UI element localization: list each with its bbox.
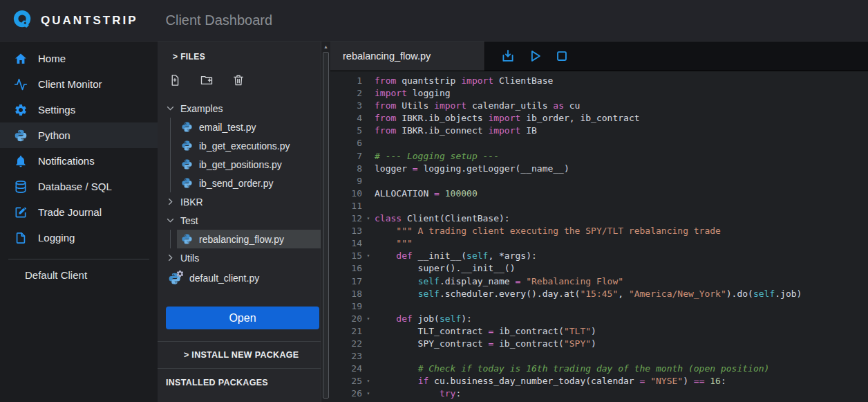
- sidebar-item-trade-journal[interactable]: Trade Journal: [0, 199, 158, 225]
- sidebar-item-python[interactable]: Python: [0, 122, 158, 148]
- new-folder-button[interactable]: [200, 73, 214, 87]
- tree-file-ib-get-executions-py[interactable]: ib_get_executions.py: [158, 136, 330, 155]
- code-text: from quantstrip import ClientBase: [375, 75, 553, 87]
- client-name-label: Default Client: [0, 259, 158, 281]
- folder-label: IBKR: [180, 197, 203, 208]
- tree-file-rebalancing-flow-py[interactable]: rebalancing_flow.py: [158, 230, 330, 248]
- fold-gutter: [362, 225, 375, 237]
- editor-tabbar: rebalancing_flow.py: [330, 42, 868, 71]
- sidebar-item-database-sql[interactable]: Database / SQL: [0, 174, 158, 199]
- tree-folder-utils[interactable]: Utils: [158, 248, 330, 267]
- sidebar-item-label: Home: [38, 53, 66, 64]
- installed-packages-header: INSTALLED PACKAGES: [158, 369, 330, 387]
- fold-arrow-icon[interactable]: ▾: [362, 313, 375, 325]
- home-icon: [14, 52, 28, 66]
- code-text: # Check if today is 16th trading day of …: [375, 363, 769, 375]
- fold-arrow-icon[interactable]: ▾: [362, 212, 375, 225]
- folder-label: Utils: [180, 253, 199, 264]
- code-line: 13 """ A trading client executing the SP…: [330, 225, 868, 237]
- code-line: 19: [330, 300, 868, 313]
- code-line: 12▾class Client(ClientBase):: [330, 212, 868, 225]
- chevron-right-icon[interactable]: [166, 197, 175, 206]
- code-editor[interactable]: 1from quantstrip import ClientBase2impor…: [330, 71, 868, 402]
- tree-file-default-client-py[interactable]: default_client.py: [158, 267, 330, 289]
- fold-gutter: [362, 288, 375, 300]
- fold-gutter: [362, 175, 375, 188]
- folder-label: Test: [180, 215, 198, 226]
- sidebar-item-label: Client Monitor: [38, 78, 102, 90]
- sidebar-item-settings[interactable]: Settings: [0, 97, 158, 122]
- fold-gutter: [362, 350, 375, 363]
- files-section-header[interactable]: > FILES: [158, 42, 330, 62]
- code-line: 7# --- Logging setup ---: [330, 150, 868, 163]
- line-number: 12: [330, 212, 362, 225]
- tree-folder-ibkr[interactable]: IBKR: [158, 192, 330, 211]
- code-line: 20▾ def job(self):: [330, 313, 868, 325]
- line-number: 22: [330, 338, 362, 350]
- chevron-down-icon[interactable]: [166, 216, 175, 225]
- quantstrip-logo-icon: [12, 9, 33, 33]
- app-window: QUANTSTRIP Client Dashboard HomeClient M…: [0, 0, 868, 402]
- fold-gutter: [362, 237, 375, 250]
- line-number: 9: [330, 175, 362, 188]
- fold-gutter: [362, 325, 375, 338]
- line-number: 3: [330, 100, 362, 112]
- fold-gutter: [362, 262, 375, 275]
- edit-icon: [14, 205, 28, 219]
- sidebar-item-home[interactable]: Home: [0, 46, 158, 71]
- line-number: 8: [330, 163, 362, 175]
- line-number: 1: [330, 75, 362, 87]
- code-text: """: [375, 237, 413, 250]
- tree-file-email-test-py[interactable]: email_test.py: [158, 118, 330, 136]
- new-file-button[interactable]: [168, 73, 182, 87]
- file-label: ib_send_order.py: [199, 178, 273, 189]
- sidebar-item-client-monitor[interactable]: Client Monitor: [0, 71, 158, 97]
- sidebar-item-logging[interactable]: Logging: [0, 225, 158, 250]
- line-number: 2: [330, 87, 362, 100]
- sidebar-item-label: Settings: [38, 104, 75, 116]
- run-button[interactable]: [527, 48, 542, 64]
- tree-file-ib-send-order-py[interactable]: ib_send_order.py: [158, 174, 330, 192]
- code-text: TLT_contract = ib_contract("TLT"): [375, 325, 596, 338]
- open-button[interactable]: Open: [166, 307, 319, 329]
- line-number: 10: [330, 188, 362, 200]
- line-number: 21: [330, 325, 362, 338]
- fold-arrow-icon[interactable]: ▾: [362, 250, 375, 262]
- sidebar-item-label: Database / SQL: [38, 181, 112, 192]
- save-button[interactable]: [500, 48, 516, 64]
- line-number: 16: [330, 262, 362, 275]
- files-scrollbar[interactable]: ▲: [321, 42, 330, 402]
- chevron-down-icon[interactable]: [166, 104, 175, 113]
- tree-folder-test[interactable]: Test: [158, 211, 330, 230]
- line-number: 17: [330, 275, 362, 288]
- install-package-header[interactable]: > INSTALL NEW PACKAGE: [158, 342, 330, 368]
- stop-button[interactable]: [554, 48, 569, 64]
- fold-arrow-icon[interactable]: ▾: [362, 375, 375, 387]
- line-number: 23: [330, 350, 362, 363]
- tree-file-ib-get-positions-py[interactable]: ib_get_positions.py: [158, 155, 330, 174]
- activity-icon: [14, 77, 28, 91]
- brand-name: QUANTSTRIP: [41, 14, 138, 28]
- scrollbar-up-arrow-icon[interactable]: ▲: [321, 42, 330, 52]
- chevron-right-icon[interactable]: [166, 253, 175, 262]
- code-line: 22 SPY_contract = ib_contract("SPY"): [330, 338, 868, 350]
- sidebar-item-notifications[interactable]: Notifications: [0, 148, 158, 174]
- code-line: 11: [330, 200, 868, 212]
- line-number: 14: [330, 237, 362, 250]
- code-text: class Client(ClientBase):: [375, 212, 510, 225]
- file-label: ib_get_executions.py: [199, 140, 290, 152]
- tab-rebalancing-flow[interactable]: rebalancing_flow.py: [330, 42, 485, 71]
- code-text: if cu.business_day_number_today(calendar…: [375, 375, 726, 387]
- scrollbar-thumb[interactable]: [323, 52, 329, 399]
- code-line: 1from quantstrip import ClientBase: [330, 75, 868, 87]
- code-line: 24 # Check if today is 16th trading day …: [330, 363, 868, 375]
- code-text: # --- Logging setup ---: [375, 150, 499, 163]
- fold-arrow-icon[interactable]: ▾: [362, 387, 375, 400]
- line-number: 24: [330, 363, 362, 375]
- sidebar-item-label: Python: [38, 129, 70, 141]
- tree-folder-examples[interactable]: Examples: [158, 99, 330, 118]
- code-line: 15▾ def __init__(self, *args):: [330, 250, 868, 262]
- line-number: 26: [330, 387, 362, 400]
- delete-button[interactable]: [232, 73, 245, 87]
- code-line: 3from Utils import calendar_utils as cu: [330, 100, 868, 112]
